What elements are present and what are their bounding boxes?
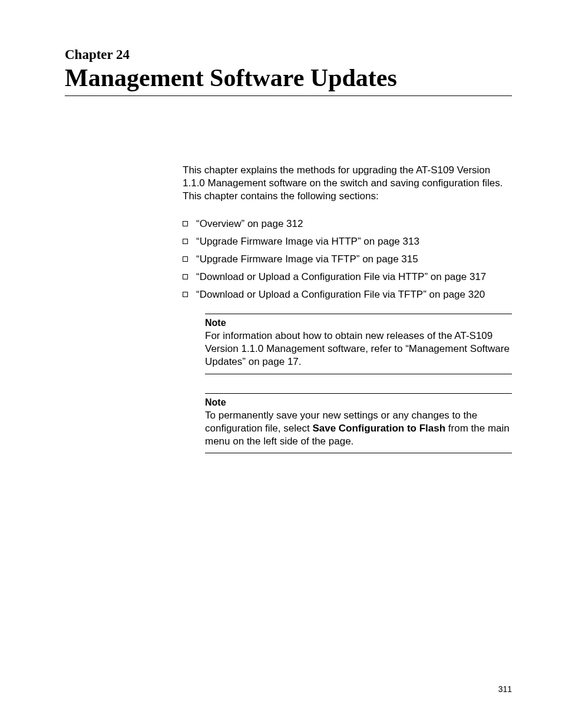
chapter-label: Chapter 24 xyxy=(65,47,512,62)
list-item: “Upgrade Firmware Image via HTTP” on pag… xyxy=(183,236,512,248)
list-item-text: “Overview” on page 312 xyxy=(196,218,303,230)
chapter-title: Management Software Updates xyxy=(65,64,512,96)
list-item: “Download or Upload a Configuration File… xyxy=(183,271,512,283)
note-label: Note xyxy=(205,318,512,328)
intro-paragraph: This chapter explains the methods for up… xyxy=(183,164,512,203)
bullet-icon xyxy=(183,292,188,297)
list-item: “Download or Upload a Configuration File… xyxy=(183,289,512,301)
bullet-icon xyxy=(183,239,188,244)
note-label: Note xyxy=(205,397,512,408)
note-text: For information about how to obtain new … xyxy=(205,330,512,368)
note-text: To permanently save your new settings or… xyxy=(205,409,512,448)
bullet-icon xyxy=(183,274,188,279)
section-list: “Overview” on page 312 “Upgrade Firmware… xyxy=(183,218,512,301)
list-item-text: “Download or Upload a Configuration File… xyxy=(196,289,485,301)
list-item-text: “Upgrade Firmware Image via TFTP” on pag… xyxy=(196,253,418,265)
page-number: 311 xyxy=(498,684,512,694)
list-item: “Upgrade Firmware Image via TFTP” on pag… xyxy=(183,253,512,265)
bullet-icon xyxy=(183,256,188,262)
list-item-text: “Upgrade Firmware Image via HTTP” on pag… xyxy=(196,236,419,248)
list-item: “Overview” on page 312 xyxy=(183,218,512,230)
bullet-icon xyxy=(183,221,188,226)
note-block-1: Note For information about how to obtain… xyxy=(205,314,512,374)
note-block-2: Note To permanently save your new settin… xyxy=(205,393,512,453)
list-item-text: “Download or Upload a Configuration File… xyxy=(196,271,486,283)
